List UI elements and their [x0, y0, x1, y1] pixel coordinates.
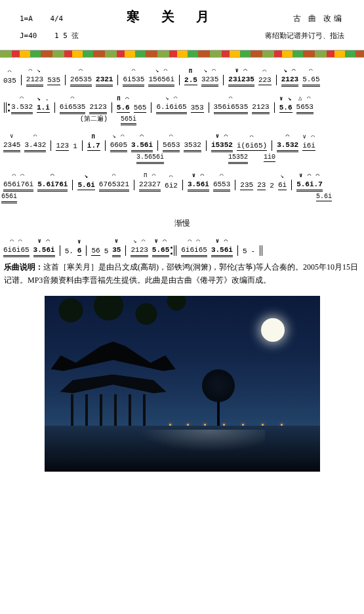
note-group: ⌒ ⌒6i6i65 [181, 246, 207, 256]
pavilion [51, 335, 176, 434]
note-group: Πi.7 [87, 142, 100, 151]
score-subline: (第二遍)565i [80, 115, 363, 123]
note-group: 565 [134, 104, 147, 113]
note-group: ∨ ⌒3.56i [33, 246, 55, 256]
note-group: 23 [257, 181, 266, 190]
note-group: ∨ ⌒3.56i [211, 246, 233, 256]
tempo-mark: J=40 [20, 31, 37, 40]
tempo-string: J=40 1 5 弦 [20, 31, 98, 41]
note-group: ⌒5.65 [302, 75, 319, 85]
note-group: ⌒223 [258, 76, 272, 85]
barline [272, 140, 272, 151]
tree [202, 369, 235, 428]
barline [235, 180, 235, 190]
barline [72, 180, 73, 190]
barline [117, 75, 118, 85]
note-group: 2321 [96, 75, 113, 85]
note-group: 56 [91, 247, 100, 256]
barline [179, 75, 180, 85]
note-group: ∨ ⌒i6i [302, 142, 315, 151]
piece-title: 寒 关 月 [98, 8, 246, 26]
credit-arrange: 古 曲 改编 [246, 13, 344, 24]
note-group: 535 [47, 76, 60, 85]
note-group: ↘ ⌒6.i6i65 [156, 103, 186, 113]
foliage [45, 296, 192, 338]
note-group: ⌒26535 [70, 75, 92, 85]
decorative-strip [0, 50, 364, 58]
barline [206, 140, 207, 151]
note-group: 123 [56, 142, 69, 151]
note-group: ↘ ⌒2123 [281, 75, 298, 85]
piece-description: 乐曲说明：这首［寒关月］是由吕文成(高胡)，邵铁鸿(洞箫)，郭伦(古筝)等人合奏… [0, 256, 364, 286]
note-group: 2 [270, 182, 274, 190]
note-group: ⌒5.6i76i [37, 180, 68, 190]
note-group: ⌒ ↘2123 [26, 75, 43, 85]
note-group: ↘ ⌒2123 [131, 246, 148, 256]
barline [60, 245, 60, 256]
note-group: ⌒ ⌒6i6i65 [3, 246, 30, 256]
barline [237, 245, 238, 256]
barline [157, 140, 158, 151]
double-barline [260, 245, 262, 256]
note-group: Π ⌒22327 [139, 180, 161, 190]
barline [276, 75, 277, 85]
barline [54, 102, 55, 113]
score-header: 1=A 4/4 寒 关 月 古 曲 改编 J=40 1 5 弦 蒋绍勤记谱并订弓… [0, 0, 364, 46]
night-painting [45, 296, 320, 472]
note-group: ↘ ⌒6605 [110, 141, 127, 151]
note-group: ↘ .1.i [37, 104, 50, 113]
tuning: 1 5 弦 [54, 31, 79, 40]
tempo-direction: 渐慢 [1, 219, 363, 228]
time-sig: 4/4 [50, 14, 63, 23]
barline [134, 180, 134, 190]
water [45, 426, 320, 472]
note-group: ↘6i [278, 181, 287, 190]
barline [125, 245, 126, 256]
note-group: ∨ ⌒ ⌒5.6i.7 [296, 180, 323, 190]
barline [209, 102, 209, 113]
note-group: ⌒3.532 [277, 141, 298, 151]
barline [82, 140, 83, 151]
note-group: 2123 [252, 103, 269, 113]
note-group: Π ⌒5.6 [117, 104, 130, 113]
note-group: ∨35 [112, 246, 121, 256]
score-line: ⌒3.532↘ .1.i⌒6i65352123Π ⌒5.6565↘ ⌒6.i6i… [1, 102, 363, 113]
note-group: ⌒3.56i [131, 141, 153, 151]
note-group: - [251, 247, 256, 256]
note-group: ⌒5653 [163, 141, 180, 151]
key-sig: 1=A [20, 14, 33, 23]
note-group: ⌒6i2 [165, 182, 178, 190]
barline [51, 140, 51, 151]
double-barline [174, 245, 176, 256]
note-group: 3532 [184, 141, 201, 151]
note-group: ⌒035 [3, 77, 16, 85]
desc-text: 这首［寒关月］是由吕文成(高胡)，邵铁鸿(洞箫)，郭伦(古筝)等人合奏的。200… [4, 262, 358, 284]
note-group: ∨ ↘5.6 [279, 104, 293, 113]
score-line: ⌒ ⌒656i76i⌒5.6i76i↘5.6i⌒6765321Π ⌒22327⌒… [1, 180, 363, 190]
barline [65, 75, 66, 85]
note-group: ↘5.6i [77, 181, 94, 190]
double-barline [4, 102, 7, 113]
note-group: ⌒6i535 [123, 75, 144, 85]
note-group: ∨ ⌒5.65 [152, 246, 169, 256]
barline [111, 102, 112, 113]
barline [151, 102, 152, 113]
note-group: ⌒356i6535 [214, 103, 249, 113]
barline [86, 245, 87, 256]
jianpu-score: ⌒035⌒ ↘2123535⌒265352321⌒6i535↘ ⌒15656iΠ… [0, 75, 364, 256]
note-group: 2123 [89, 103, 106, 113]
note-group: ∨ ⌒i5352 [211, 141, 233, 151]
note-group: ⌒ ⌒656i76i [3, 180, 33, 190]
score-line: ⌒035⌒ ↘2123535⌒265352321⌒6i535↘ ⌒15656iΠ… [1, 75, 363, 85]
note-group: ∨ ⌒3.56i [188, 180, 209, 190]
score-line: ⌒ ⌒6i6i65∨ ⌒3.56i5.∨6565∨35↘ ⌒2123∨ ⌒5.6… [1, 245, 363, 256]
note-group: ⌒i(6i65) [237, 142, 267, 151]
barline [21, 75, 22, 85]
barline [105, 140, 106, 151]
note-group: 5. [65, 247, 73, 256]
note-group: 353 [191, 104, 204, 113]
note-group: ↘ ⌒3235 [201, 75, 218, 85]
barline [223, 75, 224, 85]
desc-label: 乐曲说明： [4, 262, 43, 272]
note-group: Π2.5 [184, 76, 197, 85]
